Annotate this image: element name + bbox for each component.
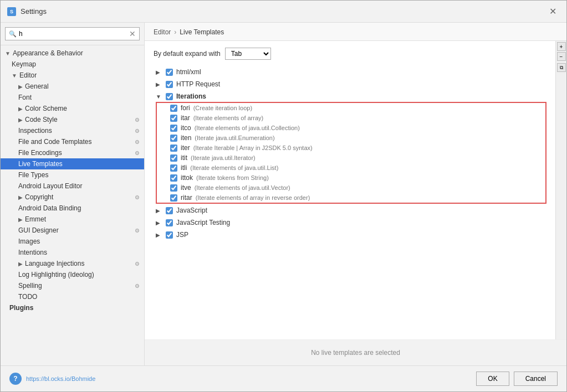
expand-select[interactable]: Tab Enter Space xyxy=(225,48,271,60)
sidebar-item-file-encodings[interactable]: File Encodings ⚙ xyxy=(1,147,144,158)
template-itit-abbr: itit xyxy=(181,154,187,162)
sidebar-item-gui-designer[interactable]: GUI Designer ⚙ xyxy=(1,225,144,236)
group-html-xml-header[interactable]: ▶ html/xml xyxy=(154,66,546,78)
group-iterations-header[interactable]: ▼ Iterations xyxy=(154,91,546,102)
sidebar-item-plugins-label: Plugins xyxy=(9,304,33,312)
add-template-button[interactable]: + xyxy=(557,42,566,51)
search-clear-icon[interactable]: ✕ xyxy=(129,29,136,38)
content-with-scrollbar: By default expand with Tab Enter Space ▶… xyxy=(145,41,566,339)
sidebar-item-emmet[interactable]: ▶ Emmet xyxy=(1,214,144,225)
template-itco-checkbox[interactable] xyxy=(170,125,177,132)
sidebar-item-editor[interactable]: ▼ Editor xyxy=(1,70,144,81)
template-ritar[interactable]: ritar (Iterate elements of array in reve… xyxy=(168,193,545,203)
sidebar-item-android-data[interactable]: Android Data Binding xyxy=(1,203,144,214)
group-javascript-checkbox[interactable] xyxy=(166,207,173,214)
group-javascript-label: JavaScript xyxy=(176,207,207,214)
main-layout: 🔍 ✕ ▼ Appearance & Behavior Keymap ▼ Edi… xyxy=(1,23,566,365)
sidebar-item-font-label: Font xyxy=(18,94,32,101)
template-itar-desc: (Iterate elements of array) xyxy=(193,115,264,121)
template-iten-checkbox[interactable] xyxy=(170,135,177,142)
group-iterations-checkbox[interactable] xyxy=(166,93,173,100)
copy-template-button[interactable]: ⧉ xyxy=(557,63,566,72)
template-ittok[interactable]: ittok (Iterate tokens from String) xyxy=(168,173,545,183)
sidebar-item-spelling[interactable]: Spelling ⚙ xyxy=(1,280,144,291)
group-jst-checkbox[interactable] xyxy=(166,219,173,226)
template-itli-checkbox[interactable] xyxy=(170,164,177,172)
sidebar-item-inspections[interactable]: Inspections ⚙ xyxy=(1,125,144,136)
side-actions: + − ⧉ xyxy=(555,41,566,339)
template-itit[interactable]: itit (Iterate java.util.Iterator) xyxy=(168,153,545,163)
sidebar-item-intentions[interactable]: Intentions xyxy=(1,247,144,258)
sidebar-item-language-injections[interactable]: ▶ Language Injections ⚙ xyxy=(1,258,144,269)
template-itco-desc: (Iterate elements of java.util.Collectio… xyxy=(195,125,300,131)
sidebar-item-copyright[interactable]: ▶ Copyright ⚙ xyxy=(1,192,144,203)
group-html-xml: ▶ html/xml xyxy=(154,66,546,78)
template-itli[interactable]: itli (Iterate elements of java.util.List… xyxy=(168,163,545,173)
emmet-arrow-icon: ▶ xyxy=(18,216,23,223)
template-itve-abbr: itve xyxy=(181,184,191,192)
sidebar-item-images[interactable]: Images xyxy=(1,236,144,247)
template-itli-abbr: itli xyxy=(181,164,187,172)
sidebar-item-live-templates[interactable]: Live Templates xyxy=(1,158,144,169)
group-jsp-header[interactable]: ▶ JSP xyxy=(154,229,546,240)
template-ritar-checkbox[interactable] xyxy=(170,194,177,202)
group-javascript-testing: ▶ JavaScript Testing xyxy=(154,217,546,228)
sidebar-item-file-code-templates[interactable]: File and Code Templates ⚙ xyxy=(1,136,144,147)
template-itco[interactable]: itco (Iterate elements of java.util.Coll… xyxy=(168,123,545,133)
search-input[interactable] xyxy=(19,30,129,38)
template-itar[interactable]: itar (Iterate elements of array) xyxy=(168,113,545,123)
remove-template-button[interactable]: − xyxy=(557,52,566,61)
template-ittok-abbr: ittok xyxy=(181,174,193,182)
sidebar-item-spelling-label: Spelling xyxy=(18,282,42,290)
template-itar-checkbox[interactable] xyxy=(170,115,177,122)
li-badge: ⚙ xyxy=(135,261,140,267)
cancel-button[interactable]: Cancel xyxy=(514,372,558,386)
title-bar-left: S Settings xyxy=(7,7,47,16)
settings-window: S Settings ✕ 🔍 ✕ ▼ Appearance & Behavior xyxy=(0,0,567,392)
sidebar-item-ft-label: File Types xyxy=(18,171,48,179)
template-iter[interactable]: iter (Iterate Iterable | Array in J2SDK … xyxy=(168,143,545,153)
group-http-request: ▶ HTTP Request xyxy=(154,79,546,90)
group-http-request-header[interactable]: ▶ HTTP Request xyxy=(154,79,546,90)
group-javascript-header[interactable]: ▶ JavaScript xyxy=(154,205,546,216)
sidebar-item-color-scheme[interactable]: ▶ Color Scheme xyxy=(1,103,144,114)
template-itve-checkbox[interactable] xyxy=(170,184,177,192)
close-button[interactable]: ✕ xyxy=(546,5,560,18)
group-html-xml-checkbox[interactable] xyxy=(166,69,173,76)
template-iter-checkbox[interactable] xyxy=(170,145,177,152)
template-itve[interactable]: itve (Iterate elements of java.util.Vect… xyxy=(168,183,545,193)
color-arrow-icon: ▶ xyxy=(18,106,23,112)
expand-label: By default expand with xyxy=(154,50,221,58)
template-fori-checkbox[interactable] xyxy=(170,105,177,112)
sidebar-item-font[interactable]: Font xyxy=(1,92,144,103)
help-button[interactable]: ? xyxy=(9,373,22,385)
sidebar-item-log-highlighting[interactable]: Log Highlighting (Ideolog) xyxy=(1,269,144,280)
template-ittok-checkbox[interactable] xyxy=(170,174,177,182)
template-fori[interactable]: fori (Create iteration loop) xyxy=(168,103,545,113)
template-itit-checkbox[interactable] xyxy=(170,154,177,162)
sidebar-item-code-style[interactable]: ▶ Code Style ⚙ xyxy=(1,114,144,125)
sidebar-item-file-types[interactable]: File Types xyxy=(1,169,144,180)
search-wrap: 🔍 ✕ xyxy=(5,27,140,40)
group-http-request-checkbox[interactable] xyxy=(166,81,173,88)
group-jst-arrow: ▶ xyxy=(156,220,162,226)
group-html-xml-arrow: ▶ xyxy=(156,69,162,75)
search-box: 🔍 ✕ xyxy=(1,23,144,45)
sidebar-item-general[interactable]: ▶ General xyxy=(1,81,144,92)
sidebar-item-appearance[interactable]: ▼ Appearance & Behavior xyxy=(1,48,144,59)
inspections-badge: ⚙ xyxy=(135,128,140,134)
template-itar-abbr: itar xyxy=(181,114,190,122)
sidebar-item-android-layout[interactable]: Android Layout Editor xyxy=(1,180,144,192)
copyright-badge: ⚙ xyxy=(135,194,140,200)
sidebar-item-gui-label: GUI Designer xyxy=(18,226,59,234)
group-jsp-checkbox[interactable] xyxy=(166,231,173,239)
template-iten[interactable]: iten (Iterate java.util.Enumeration) xyxy=(168,133,545,143)
group-javascript-testing-header[interactable]: ▶ JavaScript Testing xyxy=(154,217,546,228)
group-iterations-arrow: ▼ xyxy=(156,94,162,100)
sidebar-item-fe-label: File Encodings xyxy=(18,149,62,157)
sidebar-item-keymap[interactable]: Keymap xyxy=(1,59,144,70)
sidebar-item-todo[interactable]: TODO xyxy=(1,291,144,302)
template-itco-abbr: itco xyxy=(181,124,191,132)
sidebar-item-plugins[interactable]: Plugins xyxy=(1,302,144,313)
ok-button[interactable]: OK xyxy=(476,372,509,386)
